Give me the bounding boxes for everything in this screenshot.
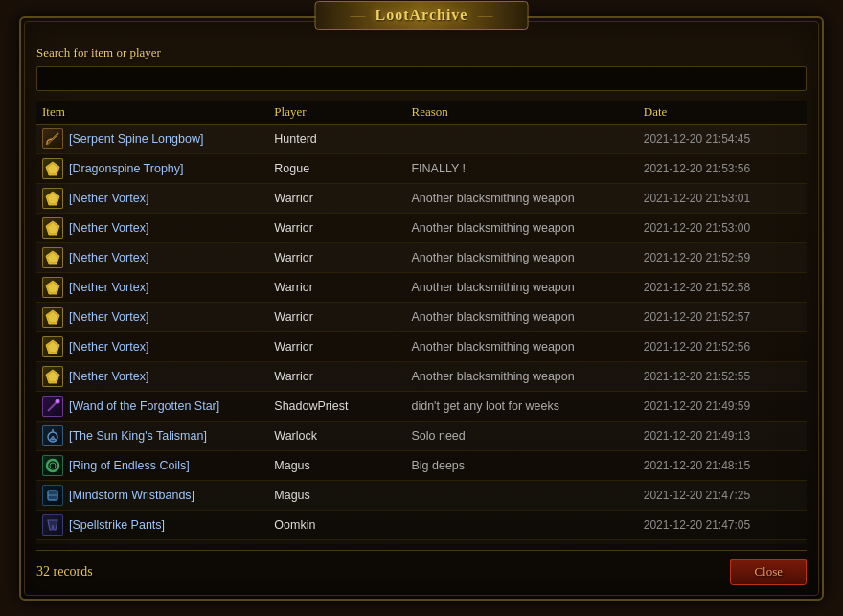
search-input[interactable] (36, 66, 807, 91)
item-icon (42, 217, 63, 239)
date-cell: 2021-12-20 21:49:59 (638, 391, 807, 421)
item-name[interactable]: [Spellstrike Pants] (69, 518, 165, 532)
reason-cell (405, 124, 637, 153)
table-row: [The Sun King's Talisman] Warlock Solo n… (36, 421, 807, 450)
date-cell: 2021-12-20 21:53:01 (638, 183, 807, 213)
table-row: [Nether Vortex] Warrior Another blacksmi… (36, 213, 807, 242)
item-icon (42, 158, 63, 179)
item-cell: [Nether Vortex] (36, 272, 268, 302)
item-icon (42, 307, 63, 328)
svg-point-24 (50, 463, 56, 468)
date-cell: 2021-12-20 21:53:00 (638, 213, 807, 242)
table-header: Item Player Reason Date (36, 101, 807, 125)
date-cell: 2021-12-20 21:46:38 (638, 539, 807, 544)
player-cell: Magus (268, 480, 405, 510)
player-cell: Hunterd (268, 124, 405, 153)
svg-line-0 (47, 133, 58, 145)
item-cell: [Nether Vortex] (36, 331, 268, 361)
table-row: [Ring of Endless Coils] Magus Big deeps … (36, 450, 807, 480)
date-cell: 2021-12-20 21:52:58 (638, 272, 807, 302)
item-cell: [The Sun King's Talisman] (36, 421, 268, 450)
loot-archive-window: LootArchive Search for item or player It… (19, 16, 824, 601)
item-cell: [Spellstrike Pants] (36, 510, 268, 539)
player-cell: Oomkin (268, 510, 405, 539)
item-name[interactable]: [Nether Vortex] (69, 340, 148, 354)
footer: 32 records Close (36, 550, 807, 585)
player-cell: Warlock (268, 421, 405, 450)
reason-cell (405, 539, 637, 544)
table-row: [Nether Vortex] Warrior Another blacksmi… (36, 242, 807, 272)
date-cell: 2021-12-20 21:52:59 (638, 242, 807, 272)
window-title: LootArchive (376, 7, 468, 23)
player-cell: Warrior (268, 242, 405, 272)
table-scroll[interactable]: Item Player Reason Date [Serpent Spine L… (36, 101, 807, 544)
item-name[interactable]: [Nether Vortex] (69, 281, 148, 294)
item-cell: [Serpent Spine Longbow] (36, 124, 268, 153)
loot-table: Item Player Reason Date [Serpent Spine L… (36, 101, 807, 544)
reason-cell (405, 480, 637, 510)
item-cell: [Nether Vortex] (36, 213, 268, 242)
item-name[interactable]: [Nether Vortex] (69, 310, 148, 324)
item-name[interactable]: [Nether Vortex] (69, 370, 148, 383)
date-cell: 2021-12-20 21:47:05 (638, 510, 807, 539)
player-cell: Warlock (268, 539, 405, 544)
reason-cell: Another blacksmithing weapon (405, 302, 637, 331)
item-name[interactable]: [Nether Vortex] (69, 192, 148, 205)
table-row: [Nether Vortex] Warrior Another blacksmi… (36, 361, 807, 391)
col-header-player: Player (268, 101, 405, 125)
search-label: Search for item or player (36, 45, 807, 60)
col-header-date: Date (638, 101, 807, 125)
item-cell: [Mindstorm Wristbands] (36, 480, 268, 510)
item-name[interactable]: [Dragonspine Trophy] (69, 162, 184, 175)
date-cell: 2021-12-20 21:52:57 (638, 302, 807, 331)
date-cell: 2021-12-20 21:52:56 (638, 331, 807, 361)
player-cell: Warrior (268, 361, 405, 391)
date-cell: 2021-12-20 21:49:13 (638, 421, 807, 450)
table-row: [Nether Vortex] Warrior Another blacksmi… (36, 331, 807, 361)
item-icon (42, 485, 63, 506)
table-row: [Spellstrike Pants] Oomkin 2021-12-20 21… (36, 510, 807, 539)
table-row: [Mindstorm Wristbands] Magus 2021-12-20 … (36, 480, 807, 510)
date-cell: 2021-12-20 21:53:56 (638, 153, 807, 183)
table-row: [Hood of the Corruptor] Warlock 2021-12-… (36, 539, 807, 544)
table-row: [Nether Vortex] Warrior Another blacksmi… (36, 183, 807, 213)
content-area: Search for item or player Item Player Re… (21, 18, 822, 599)
item-name[interactable]: [Wand of the Forgotten Star] (69, 399, 219, 413)
svg-marker-22 (50, 436, 56, 440)
item-cell: [Dragonspine Trophy] (36, 153, 268, 183)
player-cell: Warrior (268, 272, 405, 302)
item-icon (42, 425, 63, 446)
col-header-item: Item (36, 101, 268, 125)
item-name[interactable]: [The Sun King's Talisman] (69, 429, 207, 443)
table-row: [Wand of the Forgotten Star] ShadowPries… (36, 391, 807, 421)
reason-cell: Another blacksmithing weapon (405, 272, 637, 302)
item-icon (42, 396, 63, 417)
reason-cell: Another blacksmithing weapon (405, 183, 637, 213)
table-row: [Dragonspine Trophy] Rogue FINALLY ! 202… (36, 153, 807, 183)
reason-cell: Another blacksmithing weapon (405, 213, 637, 242)
item-icon (42, 188, 63, 209)
date-cell: 2021-12-20 21:48:15 (638, 450, 807, 480)
item-name[interactable]: [Nether Vortex] (69, 251, 148, 264)
item-name[interactable]: [Serpent Spine Longbow] (69, 132, 203, 146)
col-header-reason: Reason (405, 101, 637, 125)
item-icon (42, 366, 63, 387)
close-button[interactable]: Close (730, 559, 807, 585)
records-count: 32 records (36, 564, 93, 580)
reason-cell: Another blacksmithing weapon (405, 331, 637, 361)
item-name[interactable]: [Ring of Endless Coils] (69, 459, 190, 472)
reason-cell: Another blacksmithing weapon (405, 242, 637, 272)
item-name[interactable]: [Mindstorm Wristbands] (69, 489, 194, 502)
svg-point-19 (57, 399, 58, 401)
item-name[interactable]: [Nether Vortex] (69, 221, 148, 235)
table-row: [Nether Vortex] Warrior Another blacksmi… (36, 302, 807, 331)
item-icon (42, 455, 63, 476)
table-row: [Serpent Spine Longbow] Hunterd 2021-12-… (36, 124, 807, 153)
player-cell: ShadowPriest (268, 391, 405, 421)
item-icon (42, 247, 63, 268)
reason-cell: Solo need (405, 421, 637, 450)
table-body: [Serpent Spine Longbow] Hunterd 2021-12-… (36, 124, 807, 544)
player-cell: Warrior (268, 213, 405, 242)
reason-cell: Big deeps (405, 450, 637, 480)
item-cell: [Nether Vortex] (36, 361, 268, 391)
